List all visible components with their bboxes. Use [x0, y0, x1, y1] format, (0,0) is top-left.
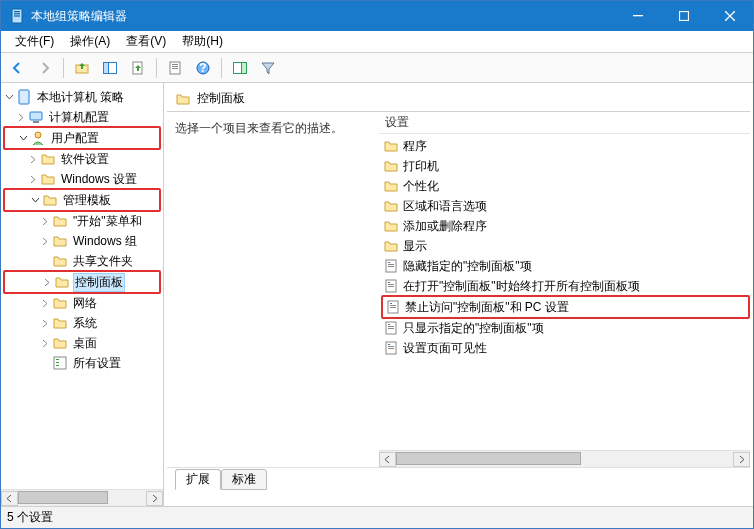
list-item[interactable]: 打印机	[381, 156, 750, 176]
view-tabs: 扩展 标准	[167, 467, 750, 489]
tree-node-windows-settings[interactable]: Windows 设置	[3, 169, 161, 189]
list-item[interactable]: 只显示指定的"控制面板"项	[381, 318, 750, 338]
scroll-thumb[interactable]	[18, 491, 108, 504]
list-item[interactable]: 添加或删除程序	[381, 216, 750, 236]
tree-root[interactable]: 本地计算机 策略	[3, 87, 161, 107]
close-button[interactable]	[707, 1, 753, 31]
tree-node-user-config[interactable]: 用户配置	[5, 128, 159, 148]
tree-label: 所有设置	[71, 354, 123, 373]
computer-icon	[28, 109, 44, 125]
forward-button[interactable]	[33, 56, 57, 80]
menu-file[interactable]: 文件(F)	[7, 31, 62, 52]
tree-node-computer-config[interactable]: 计算机配置	[3, 107, 161, 127]
settings-items[interactable]: 程序 打印机 个性化 区域和语言选项 添加或删除程序 显示 隐藏指定的"控制面板…	[379, 134, 750, 450]
svg-rect-15	[172, 68, 178, 69]
tree-node-desktop[interactable]: 桌面	[3, 333, 161, 353]
list-item[interactable]: 个性化	[381, 176, 750, 196]
policy-item-icon	[383, 320, 399, 336]
tree-node-network[interactable]: 网络	[3, 293, 161, 313]
tab-extended[interactable]: 扩展	[175, 469, 221, 490]
list-item[interactable]: 区域和语言选项	[381, 196, 750, 216]
tree-node-software[interactable]: 软件设置	[3, 149, 161, 169]
scroll-thumb[interactable]	[396, 452, 581, 465]
status-bar: 5 个设置	[1, 506, 753, 528]
maximize-button[interactable]	[661, 1, 707, 31]
list-item[interactable]: 在打开"控制面板"时始终打开所有控制面板项	[381, 276, 750, 296]
svg-rect-21	[30, 112, 42, 120]
filter-button[interactable]	[256, 56, 280, 80]
toolbar: ?	[1, 53, 753, 83]
tree-node-all-settings[interactable]: 所有设置	[3, 353, 161, 373]
collapse-icon[interactable]	[29, 196, 41, 205]
expand-icon[interactable]	[41, 278, 53, 287]
column-header-settings[interactable]: 设置	[379, 112, 750, 134]
tab-standard[interactable]: 标准	[221, 469, 267, 490]
tree-horizontal-scrollbar[interactable]	[1, 489, 163, 506]
tree-node-system[interactable]: 系统	[3, 313, 161, 333]
list-item[interactable]: 显示	[381, 236, 750, 256]
tree-node-shared-folders[interactable]: 共享文件夹	[3, 251, 161, 271]
scroll-right-button[interactable]	[146, 491, 163, 506]
svg-rect-24	[54, 357, 66, 369]
svg-rect-35	[388, 286, 394, 287]
expand-icon[interactable]	[27, 155, 39, 164]
list-item[interactable]: 禁止访问"控制面板"和 PC 设置	[383, 297, 748, 317]
menu-help[interactable]: 帮助(H)	[174, 31, 231, 52]
tree-node-start-menu[interactable]: "开始"菜单和	[3, 211, 161, 231]
svg-rect-45	[388, 344, 390, 345]
collapse-icon[interactable]	[17, 134, 29, 143]
menu-bar: 文件(F) 操作(A) 查看(V) 帮助(H)	[1, 31, 753, 53]
scroll-track[interactable]	[18, 491, 146, 506]
tree-node-admin-templates[interactable]: 管理模板	[29, 190, 159, 210]
scroll-right-button[interactable]	[733, 452, 750, 467]
expand-icon[interactable]	[15, 113, 27, 122]
folder-icon	[42, 192, 58, 208]
svg-rect-4	[633, 15, 643, 16]
tree-node-windows-components[interactable]: Windows 组	[3, 231, 161, 251]
menu-action[interactable]: 操作(A)	[62, 31, 118, 52]
item-label: 在打开"控制面板"时始终打开所有控制面板项	[403, 278, 640, 295]
expand-icon[interactable]	[39, 299, 51, 308]
policy-item-icon	[385, 299, 401, 315]
policy-item-icon	[383, 258, 399, 274]
toolbar-separator	[156, 58, 157, 78]
minimize-button[interactable]	[615, 1, 661, 31]
folder-icon	[383, 218, 399, 234]
up-button[interactable]	[70, 56, 94, 80]
list-item[interactable]: 程序	[381, 136, 750, 156]
tree-label: 系统	[71, 314, 99, 333]
collapse-icon[interactable]	[3, 93, 15, 102]
svg-rect-30	[388, 264, 394, 265]
highlight-box: 禁止访问"控制面板"和 PC 设置	[381, 295, 750, 319]
expand-icon[interactable]	[39, 319, 51, 328]
svg-rect-1	[14, 11, 20, 12]
nav-tree[interactable]: 本地计算机 策略 计算机配置 用户配置 软件设置 Windows 设置	[1, 83, 164, 489]
svg-rect-29	[388, 262, 390, 263]
expand-icon[interactable]	[39, 237, 51, 246]
back-button[interactable]	[5, 56, 29, 80]
scroll-left-button[interactable]	[379, 452, 396, 467]
list-item[interactable]: 设置页面可见性	[381, 338, 750, 358]
tree-label: Windows 设置	[59, 170, 139, 189]
folder-icon	[383, 238, 399, 254]
tree-label: Windows 组	[71, 232, 139, 251]
tree-node-control-panel[interactable]: 控制面板	[39, 272, 159, 292]
tree-label: 软件设置	[59, 150, 111, 169]
help-button[interactable]: ?	[191, 56, 215, 80]
item-label: 只显示指定的"控制面板"项	[403, 320, 544, 337]
title-bar: 本地组策略编辑器	[1, 1, 753, 31]
expand-icon[interactable]	[27, 175, 39, 184]
menu-view[interactable]: 查看(V)	[118, 31, 174, 52]
expand-icon[interactable]	[39, 217, 51, 226]
toolbar-separator	[63, 58, 64, 78]
svg-rect-22	[33, 121, 39, 123]
show-hide-tree-button[interactable]	[98, 56, 122, 80]
list-item[interactable]: 隐藏指定的"控制面板"项	[381, 256, 750, 276]
properties-button[interactable]	[163, 56, 187, 80]
show-hide-action-pane-button[interactable]	[228, 56, 252, 80]
export-button[interactable]	[126, 56, 150, 80]
expand-icon[interactable]	[39, 339, 51, 348]
scroll-left-button[interactable]	[1, 491, 18, 506]
scroll-track[interactable]	[396, 452, 733, 467]
horizontal-scrollbar[interactable]	[379, 450, 750, 467]
